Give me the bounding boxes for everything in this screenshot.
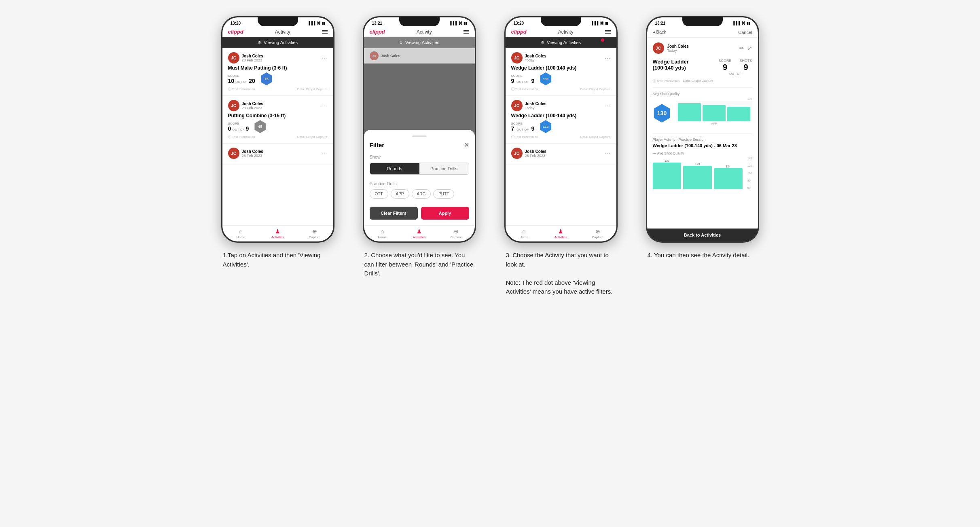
avg-label-4: Avg Shot Quality: [653, 92, 752, 96]
filter-toggle-2: Rounds Practice Drills: [370, 163, 469, 175]
chip-ott[interactable]: OTT: [370, 189, 388, 199]
card-footer-3-1: ⓘ Test Information Data: Clippd Capture: [511, 87, 611, 91]
step-2-column: 13:21 ▐▐▐ ⌘ ▮▮ clippd Activity: [355, 16, 484, 278]
more-dots-1-1[interactable]: ···: [322, 55, 328, 61]
score-label-1-1: Score: [228, 74, 255, 78]
bottom-nav-3: ⌂ Home ♟ Activities ⊕ Capture: [506, 225, 616, 241]
activity-card-3-3[interactable]: JC Josh Coles 28 Feb 2023 ···: [506, 144, 616, 165]
filter-icon-2: ⚙: [399, 40, 403, 45]
viewing-banner-2[interactable]: ⚙ Viewing Activities: [364, 37, 475, 48]
activities-icon-1: ♟: [275, 228, 280, 235]
nav-activities-2[interactable]: ♟ Activities: [401, 226, 438, 241]
viewing-banner-1[interactable]: ⚙ Viewing Activities: [222, 37, 333, 48]
home-label-3: Home: [519, 235, 528, 239]
nav-home-2[interactable]: ⌂ Home: [364, 226, 401, 241]
card-footer-1-2: ⓘ Test Information Data: Clippd Capture: [228, 135, 328, 139]
detail-content-4: JC Josh Coles Today ✏ ⤢: [647, 38, 758, 241]
score-row-3-1: 9 OUT OF 9: [511, 78, 535, 84]
detail-footer-info: ⓘ Test Information Data: Clippd Capture: [653, 79, 752, 83]
home-icon-3: ⌂: [522, 228, 525, 235]
card-stats-1-1: Score 10 OUT OF 20 75: [228, 72, 328, 85]
menu-icon-3[interactable]: [605, 30, 611, 34]
signal-icon-3: ▐▐▐: [591, 21, 598, 25]
expand-icon-4[interactable]: ⤢: [747, 45, 752, 51]
step-text-3: 3. Choose the Activity that you want to …: [504, 251, 618, 296]
status-time-4: 13:21: [655, 21, 666, 25]
more-dots-3-3[interactable]: ···: [605, 150, 611, 157]
nav-capture-1[interactable]: ⊕ Capture: [296, 226, 333, 241]
user-date-1-2: 28 Feb 2023: [242, 106, 263, 110]
score-stat-1-1: Score 10 OUT OF 20: [228, 74, 255, 84]
more-dots-1-2[interactable]: ···: [322, 102, 328, 109]
wifi-icon-1: ⌘: [317, 21, 321, 25]
card-title-1-2: Putting Combine (3-15 ft): [228, 113, 328, 119]
activity-card-1-3[interactable]: JC Josh Coles 28 Feb 2023 ···: [222, 144, 333, 165]
user-details-1-2: Josh Coles 28 Feb 2023: [242, 102, 263, 110]
more-dots-1-3[interactable]: ···: [322, 150, 328, 157]
card-footer-1-1: ⓘ Test Information Data: Clippd Capture: [228, 87, 328, 91]
edit-icon-4[interactable]: ✏: [739, 45, 744, 51]
card-stats-1-2: Score 0 OUT OF 9 45: [228, 120, 328, 133]
nav-home-3[interactable]: ⌂ Home: [506, 226, 542, 241]
session-label-4: Player Activity › Practice Session: [653, 138, 752, 142]
user-date-1-3: 28 Feb 2023: [242, 154, 263, 158]
chip-arg[interactable]: ARG: [412, 189, 431, 199]
filter-icon-3: ⚙: [541, 40, 544, 45]
practice-drills-toggle[interactable]: Practice Drills: [419, 163, 469, 174]
user-name-3-1: Josh Coles: [525, 54, 546, 58]
activity-card-1-2[interactable]: JC Josh Coles 28 Feb 2023 ··· Putting Co…: [222, 96, 333, 144]
nav-activities-3[interactable]: ♟ Activities: [542, 226, 579, 241]
rounds-toggle[interactable]: Rounds: [370, 163, 419, 174]
viewing-banner-3[interactable]: ⚙ Viewing Activities: [506, 37, 616, 48]
menu-icon-2[interactable]: [464, 30, 469, 34]
card-header-1-3: JC Josh Coles 28 Feb 2023 ···: [228, 148, 328, 159]
menu-icon-1[interactable]: [322, 30, 328, 34]
avatar-3-2: JC: [511, 100, 523, 111]
back-btn-4[interactable]: ◂ Back: [653, 30, 667, 35]
chart-bars-4: [676, 101, 752, 121]
capture-label-2: Capture: [451, 235, 462, 239]
score-stat-1-2: Score 0 OUT OF 9: [228, 122, 249, 132]
user-details-1-3: Josh Coles 28 Feb 2023: [242, 149, 263, 158]
clear-filters-btn[interactable]: Clear Filters: [370, 207, 418, 220]
activities-icon-3: ♟: [558, 228, 563, 235]
back-to-activities-btn[interactable]: Back to Activities: [647, 229, 758, 241]
drill-chips-2: OTT APP ARG PUTT: [370, 189, 469, 199]
apply-btn[interactable]: Apply: [421, 207, 469, 220]
user-date-1-1: 28 Feb 2023: [242, 58, 263, 62]
score-label-1-2: Score: [228, 122, 249, 125]
status-time-2: 13:21: [372, 21, 383, 25]
user-name-1-2: Josh Coles: [242, 102, 263, 106]
score-val-3-2: 7: [511, 125, 514, 132]
close-filter-btn[interactable]: ✕: [464, 141, 469, 149]
nav-capture-2[interactable]: ⊕ Capture: [438, 226, 474, 241]
chip-putt[interactable]: PUTT: [433, 189, 454, 199]
outof-3-2: OUT OF: [516, 128, 529, 131]
more-dots-3-1[interactable]: ···: [605, 55, 611, 61]
app-nav-2: clippd Activity: [364, 27, 475, 37]
activities-icon-2: ♟: [417, 228, 422, 235]
user-info-1-2: JC Josh Coles 28 Feb 2023: [228, 100, 263, 111]
detail-user-info-4: Josh Coles Today: [667, 44, 689, 53]
nav-home-1[interactable]: ⌂ Home: [222, 226, 259, 241]
shots-val-1-2: 9: [246, 125, 249, 132]
chip-app[interactable]: APP: [391, 189, 409, 199]
outof-detail-4: OUT OF: [729, 72, 741, 76]
more-dots-3-2[interactable]: ···: [605, 102, 611, 109]
detail-nav-4: ◂ Back Cancel: [647, 27, 758, 38]
nav-activities-1[interactable]: ♟ Activities: [259, 226, 296, 241]
bar-3-4: [727, 107, 750, 121]
banner-text-2: Viewing Activities: [405, 40, 439, 45]
app-logo-1: clippd: [228, 29, 243, 35]
phone-1: 13:20 ▐▐▐ ⌘ ▮▮ clippd Activity: [221, 16, 334, 243]
nav-capture-3[interactable]: ⊕ Capture: [579, 226, 616, 241]
activity-card-3-1[interactable]: JC Josh Coles Today ··· Wedge Ladder (10…: [506, 48, 616, 96]
capture-icon-1: ⊕: [312, 228, 317, 235]
activity-card-1-1[interactable]: JC Josh Coles 28 Feb 2023 ··· Must Make …: [222, 48, 333, 96]
activity-card-3-2[interactable]: JC Josh Coles Today ··· Wedge Ladder (10…: [506, 96, 616, 144]
cancel-btn-4[interactable]: Cancel: [738, 30, 752, 35]
footer-left-3-2: ⓘ Test Information: [511, 135, 538, 139]
detail-title-4: Wedge Ladder(100-140 yds): [653, 59, 689, 71]
score-col-4: Score 9: [718, 59, 731, 72]
status-icons-2: ▐▐▐ ⌘ ▮▮: [449, 21, 466, 25]
